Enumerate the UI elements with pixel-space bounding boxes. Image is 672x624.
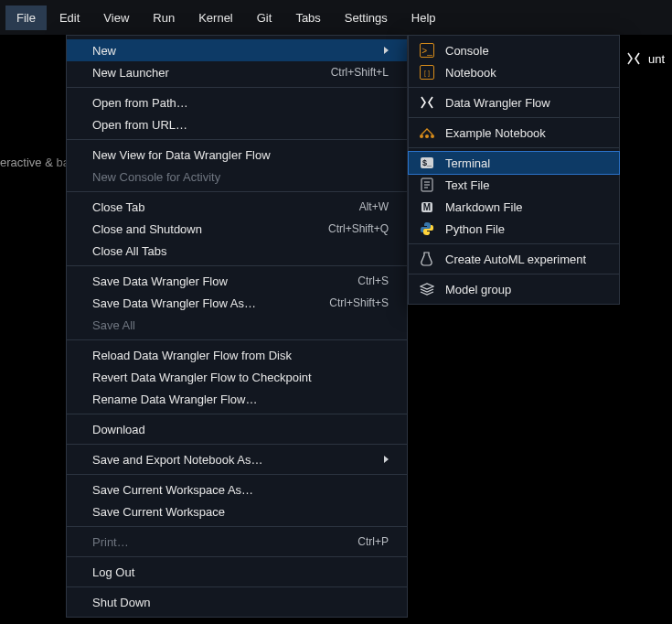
file-menu-item[interactable]: Rename Data Wrangler Flow… bbox=[67, 388, 407, 410]
textfile-icon bbox=[418, 176, 436, 194]
menu-separator bbox=[409, 117, 619, 118]
menu-item-label: Save All bbox=[92, 318, 135, 332]
notebook-icon: [ ] bbox=[418, 63, 436, 81]
file-menu-item[interactable]: Reload Data Wrangler Flow from Disk bbox=[67, 344, 407, 366]
file-menu-item[interactable]: Close All Tabs bbox=[67, 240, 407, 262]
tab-fragment-label: unt bbox=[648, 52, 665, 66]
new-submenu-item[interactable]: [ ]Notebook bbox=[409, 61, 619, 83]
menubar-edit[interactable]: Edit bbox=[48, 5, 91, 30]
menu-item-label: Shut Down bbox=[92, 596, 151, 609]
menu-separator bbox=[409, 243, 619, 244]
menu-item-label: Print… bbox=[92, 535, 129, 549]
file-menu: NewNew LauncherCtrl+Shift+LOpen from Pat… bbox=[66, 35, 408, 618]
new-submenu-item[interactable]: Example Notebook bbox=[409, 122, 619, 144]
submenu-item-label: Terminal bbox=[445, 156, 490, 170]
menu-item-label: Save Current Workspace As… bbox=[92, 483, 253, 497]
svg-point-0 bbox=[420, 134, 423, 138]
menu-item-label: New bbox=[92, 44, 116, 58]
file-menu-item: New Console for Activity bbox=[67, 166, 407, 188]
menu-item-label: New Launcher bbox=[92, 66, 169, 80]
chevron-right-icon bbox=[384, 456, 389, 463]
new-submenu-item[interactable]: >_Console bbox=[409, 39, 619, 61]
file-menu-item[interactable]: Save Data Wrangler Flow As…Ctrl+Shift+S bbox=[67, 292, 407, 314]
wrangler-icon bbox=[624, 49, 643, 68]
new-submenu-item[interactable]: Python File bbox=[409, 218, 619, 240]
menubar-settings[interactable]: Settings bbox=[334, 5, 399, 30]
submenu-item-label: Console bbox=[445, 44, 489, 58]
menu-separator bbox=[67, 139, 407, 140]
menu-item-shortcut: Alt+W bbox=[359, 200, 389, 213]
tab-fragment[interactable]: unt bbox=[617, 42, 672, 75]
submenu-item-label: Model group bbox=[445, 283, 511, 296]
file-menu-item[interactable]: Open from Path… bbox=[67, 91, 407, 113]
menu-item-label: Rename Data Wrangler Flow… bbox=[92, 393, 257, 406]
menu-separator bbox=[67, 87, 407, 88]
menu-separator bbox=[67, 556, 407, 557]
file-menu-item[interactable]: Shut Down bbox=[67, 591, 407, 613]
file-menu-item[interactable]: Save Current Workspace bbox=[67, 500, 407, 522]
menu-item-label: Revert Data Wrangler Flow to Checkpoint bbox=[92, 371, 312, 384]
python-icon bbox=[418, 220, 436, 238]
menu-item-label: Close Tab bbox=[92, 200, 145, 214]
file-menu-item[interactable]: New bbox=[67, 39, 407, 61]
menubar-kernel[interactable]: Kernel bbox=[187, 5, 244, 30]
menu-separator bbox=[67, 191, 407, 192]
menu-separator bbox=[409, 274, 619, 274]
markdown-icon: M bbox=[418, 198, 436, 216]
menubar-file[interactable]: File bbox=[5, 5, 47, 30]
submenu-item-label: Create AutoML experiment bbox=[445, 253, 586, 266]
new-submenu-item[interactable]: Model group bbox=[409, 278, 619, 300]
modelgroup-icon bbox=[418, 280, 436, 298]
file-menu-item[interactable]: Close and ShutdownCtrl+Shift+Q bbox=[67, 218, 407, 240]
menubar-tabs[interactable]: Tabs bbox=[284, 5, 331, 30]
terminal-icon: $_ bbox=[418, 154, 436, 172]
new-submenu-item[interactable]: $_Terminal bbox=[409, 152, 619, 174]
menu-item-label: Save Current Workspace bbox=[92, 505, 225, 519]
menu-item-label: New Console for Activity bbox=[92, 170, 220, 184]
file-menu-item[interactable]: Save and Export Notebook As… bbox=[67, 448, 407, 470]
menu-item-label: Close All Tabs bbox=[92, 244, 166, 258]
menu-item-label: Save Data Wrangler Flow As… bbox=[92, 296, 256, 310]
menubar-help[interactable]: Help bbox=[400, 5, 447, 30]
file-menu-item[interactable]: Save Current Workspace As… bbox=[67, 479, 407, 500]
new-submenu-item[interactable]: Create AutoML experiment bbox=[409, 248, 619, 270]
menu-item-shortcut: Ctrl+Shift+S bbox=[329, 296, 389, 309]
file-menu-item[interactable]: Revert Data Wrangler Flow to Checkpoint bbox=[67, 366, 407, 388]
menu-item-label: New View for Data Wrangler Flow bbox=[92, 148, 271, 162]
file-menu-item: Save All bbox=[67, 314, 407, 336]
menu-item-shortcut: Ctrl+S bbox=[357, 274, 389, 287]
chevron-right-icon bbox=[384, 47, 389, 54]
file-menu-item[interactable]: Save Data Wrangler FlowCtrl+S bbox=[67, 270, 407, 292]
file-menu-item[interactable]: Open from URL… bbox=[67, 113, 407, 135]
file-menu-item[interactable]: New LauncherCtrl+Shift+L bbox=[67, 61, 407, 83]
menu-separator bbox=[67, 265, 407, 266]
submenu-item-label: Notebook bbox=[445, 66, 496, 80]
new-submenu-item[interactable]: Text File bbox=[409, 174, 619, 196]
menu-separator bbox=[67, 339, 407, 340]
menu-separator bbox=[67, 586, 407, 587]
submenu-item-label: Markdown File bbox=[445, 200, 523, 214]
menu-separator bbox=[409, 87, 619, 88]
menu-item-shortcut: Ctrl+Shift+Q bbox=[328, 222, 389, 235]
file-menu-item: Print…Ctrl+P bbox=[67, 531, 407, 553]
menu-item-label: Open from URL… bbox=[92, 118, 187, 132]
file-menu-item[interactable]: New View for Data Wrangler Flow bbox=[67, 144, 407, 166]
file-menu-item[interactable]: Download bbox=[67, 418, 407, 440]
menu-separator bbox=[67, 526, 407, 527]
menu-separator bbox=[67, 444, 407, 445]
submenu-item-label: Text File bbox=[445, 178, 489, 192]
svg-point-2 bbox=[431, 134, 434, 138]
file-menu-item[interactable]: Close TabAlt+W bbox=[67, 196, 407, 218]
example-icon bbox=[418, 124, 436, 142]
file-menu-item[interactable]: Log Out bbox=[67, 561, 407, 583]
menu-item-label: Close and Shutdown bbox=[92, 222, 202, 236]
menubar-run[interactable]: Run bbox=[142, 5, 186, 30]
new-submenu-item[interactable]: Data Wrangler Flow bbox=[409, 91, 619, 113]
menu-item-label: Open from Path… bbox=[92, 96, 188, 110]
menubar-view[interactable]: View bbox=[92, 5, 140, 30]
new-submenu-item[interactable]: MMarkdown File bbox=[409, 196, 619, 218]
menubar-git[interactable]: Git bbox=[246, 5, 283, 30]
menubar: File Edit View Run Kernel Git Tabs Setti… bbox=[0, 0, 672, 35]
svg-point-1 bbox=[425, 134, 429, 138]
wrangler-icon bbox=[418, 93, 436, 112]
